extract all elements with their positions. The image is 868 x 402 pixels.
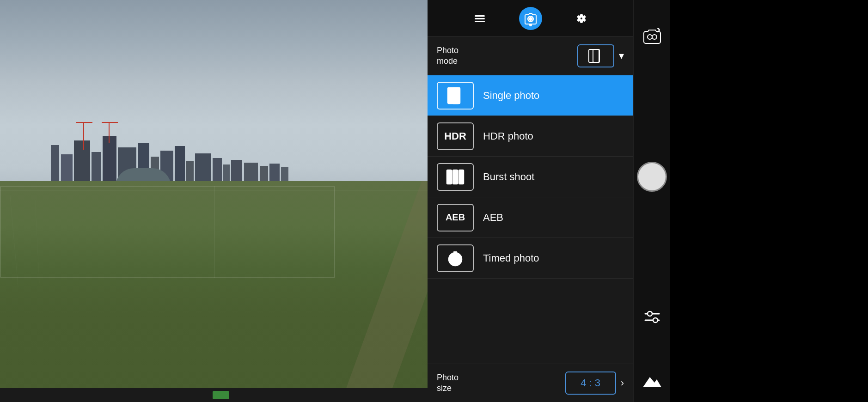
single-photo-icon-box (437, 82, 474, 110)
photo-size-value: 4 : 3 (581, 377, 600, 389)
svg-rect-11 (459, 170, 464, 184)
photo-size-box[interactable]: 4 : 3 (565, 372, 616, 395)
photo-size-label: Photo size (437, 372, 565, 394)
svg-point-3 (529, 17, 532, 20)
bottom-icon (213, 391, 229, 399)
svg-point-18 (652, 35, 657, 39)
svg-point-21 (648, 311, 652, 316)
menu-item-aeb[interactable]: AEB AEB (428, 197, 633, 238)
svg-marker-23 (643, 377, 661, 387)
svg-point-4 (581, 18, 582, 19)
svg-rect-9 (447, 170, 452, 184)
camera-icon (524, 12, 537, 24)
settings-panel: Photo mode ▾ Single photo (428, 0, 633, 402)
burst-icon (446, 168, 465, 186)
sliders-icon (643, 309, 661, 327)
side-controls (633, 0, 670, 402)
city-skyline (23, 113, 428, 187)
single-photo-icon (446, 87, 465, 104)
photo-size-row: Photo size 4 : 3 › (428, 364, 633, 402)
svg-rect-0 (475, 15, 485, 17)
aeb-text-icon: AEB (446, 212, 465, 223)
photo-mode-btn[interactable] (519, 7, 542, 30)
fields (0, 181, 428, 402)
svg-rect-6 (593, 49, 599, 62)
photo-mode-chevron[interactable]: ▾ (619, 50, 624, 62)
photo-mode-label: Photo mode (437, 45, 577, 67)
timed-icon-box (437, 244, 474, 272)
hdr-text-icon: HDR (444, 130, 466, 142)
menu-icon-btn[interactable] (468, 7, 491, 30)
menu-item-timed[interactable]: Timed photo (428, 238, 633, 279)
settings-icon (575, 12, 588, 25)
photo-mode-selector: ▾ (577, 44, 624, 67)
svg-point-22 (653, 318, 658, 323)
svg-rect-8 (452, 88, 460, 104)
bottom-bar (0, 388, 428, 402)
single-photo-small-icon (587, 49, 605, 63)
burst-icon-box (437, 163, 474, 191)
settings-icon-btn[interactable] (570, 7, 593, 30)
top-icon-bar (428, 0, 633, 37)
shutter-btn[interactable] (637, 162, 667, 192)
svg-rect-2 (475, 21, 485, 22)
timed-photo-icon (446, 249, 465, 268)
hdr-label: HDR photo (483, 130, 533, 142)
timed-label: Timed photo (483, 252, 539, 264)
mode-icon-box (577, 44, 614, 67)
landscape-icon (643, 373, 661, 387)
hdr-icon-box: HDR (437, 122, 474, 150)
photo-size-selector: 4 : 3 › (565, 372, 624, 395)
photo-mode-row: Photo mode ▾ (428, 37, 633, 75)
menu-icon (473, 12, 486, 25)
svg-rect-5 (589, 49, 599, 62)
menu-item-single-photo[interactable]: Single photo (428, 75, 633, 116)
menu-item-hdr[interactable]: HDR HDR photo (428, 116, 633, 157)
photo-size-chevron[interactable]: › (621, 377, 624, 389)
menu-items: Single photo HDR HDR photo Burst shoot (428, 75, 633, 364)
sliders-btn[interactable] (639, 305, 665, 330)
burst-label: Burst shoot (483, 171, 534, 183)
camera-view (0, 0, 428, 402)
camera-swap-btn[interactable] (639, 23, 665, 49)
camera-swap-icon (642, 27, 662, 45)
active-dot (529, 24, 532, 26)
svg-rect-10 (453, 170, 458, 184)
svg-rect-1 (475, 18, 485, 19)
svg-point-17 (648, 35, 652, 39)
aeb-label: AEB (483, 212, 503, 224)
menu-item-burst[interactable]: Burst shoot (428, 157, 633, 197)
aeb-icon-box: AEB (437, 204, 474, 231)
landscape-btn[interactable] (639, 367, 665, 393)
single-photo-label: Single photo (483, 90, 539, 102)
